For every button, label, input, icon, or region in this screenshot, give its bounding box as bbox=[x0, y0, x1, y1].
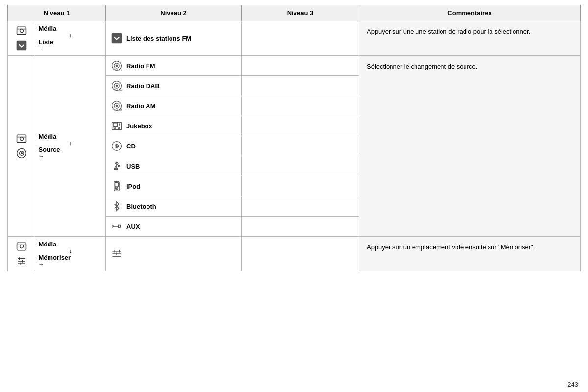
niveau3-cell bbox=[241, 156, 359, 176]
niveau3-cell bbox=[241, 56, 359, 76]
niveau1-icons-cell bbox=[8, 21, 35, 56]
niveau2-item-cell: iPod bbox=[106, 176, 242, 196]
niveau2-item-cell: Radio DAB Radio DAB bbox=[106, 76, 242, 96]
niveau2-cell: Liste des stations FM bbox=[106, 21, 242, 56]
svg-text:Radio AM: Radio AM bbox=[114, 109, 122, 111]
niveau2-item-cell: Radio FM Radio FM bbox=[106, 56, 242, 76]
niveau3-cell bbox=[241, 176, 359, 196]
svg-point-43 bbox=[116, 188, 117, 189]
niveau2-item-cell: AUX bbox=[106, 217, 242, 237]
niveau3-cell bbox=[241, 217, 359, 237]
svg-point-21 bbox=[116, 105, 117, 106]
commentaires-cell: Appuyer sur une une station de radio pou… bbox=[359, 21, 580, 56]
niveau2-item-cell: Radio AM Radio AM bbox=[106, 96, 242, 116]
niveau3-cell bbox=[241, 96, 359, 116]
svg-point-28 bbox=[114, 127, 115, 129]
niveau1-icons-cell bbox=[8, 56, 35, 237]
niveau2-item-cell: USB bbox=[106, 156, 242, 176]
niveau1-icons-cell bbox=[8, 237, 35, 271]
niveau3-cell bbox=[241, 21, 359, 56]
niveau1-text-cell: Média ↓ Mémoriser → bbox=[35, 237, 106, 271]
header-niveau3: Niveau 3 bbox=[241, 5, 359, 21]
svg-rect-3 bbox=[17, 41, 26, 50]
header-niveau2: Niveau 2 bbox=[106, 5, 242, 21]
niveau2-item-cell: Jukebox bbox=[106, 116, 242, 136]
niveau3-cell bbox=[241, 237, 359, 271]
svg-point-13 bbox=[116, 65, 117, 66]
table-row: Média ↓ Mémoriser → Appuyer sur un empla… bbox=[8, 237, 581, 271]
svg-point-49 bbox=[20, 245, 23, 248]
niveau2-item-cell: Bluetooth bbox=[106, 196, 242, 217]
commentaires-cell: Appuyer sur un emplacement vide ensuite … bbox=[359, 237, 580, 271]
svg-point-17 bbox=[116, 85, 117, 86]
svg-point-32 bbox=[116, 146, 118, 147]
niveau1-text-cell: Média ↓ Liste → bbox=[35, 21, 106, 56]
niveau2-cell bbox=[106, 237, 242, 271]
niveau3-cell bbox=[241, 196, 359, 217]
svg-rect-4 bbox=[112, 34, 122, 43]
svg-rect-24 bbox=[113, 123, 118, 127]
niveau1-text-cell: Média ↓ Source → bbox=[35, 56, 106, 237]
svg-point-10 bbox=[21, 153, 22, 154]
niveau3-cell bbox=[241, 136, 359, 156]
svg-rect-5 bbox=[17, 135, 26, 142]
commentaires-cell: Sélectionner le changement de source. bbox=[359, 56, 580, 237]
table-row: Média ↓ Liste → Liste des stations FM Ap… bbox=[8, 21, 581, 56]
header-commentaires: Commentaires bbox=[359, 5, 580, 21]
svg-point-29 bbox=[118, 127, 120, 129]
niveau2-item-cell: CD bbox=[106, 136, 242, 156]
svg-text:Radio FM: Radio FM bbox=[115, 69, 122, 71]
svg-point-1 bbox=[20, 29, 23, 33]
niveau3-cell bbox=[241, 76, 359, 96]
table-row: Média ↓ Source → Radio FM Radio FM Sélec… bbox=[8, 56, 581, 76]
svg-rect-48 bbox=[17, 243, 26, 250]
svg-point-6 bbox=[20, 137, 23, 141]
header-niveau1: Niveau 1 bbox=[8, 5, 106, 21]
niveau3-cell bbox=[241, 116, 359, 136]
svg-rect-41 bbox=[115, 182, 119, 187]
svg-rect-0 bbox=[17, 27, 26, 34]
page-number: 243 bbox=[567, 381, 578, 388]
svg-text:Radio DAB: Radio DAB bbox=[114, 89, 122, 91]
